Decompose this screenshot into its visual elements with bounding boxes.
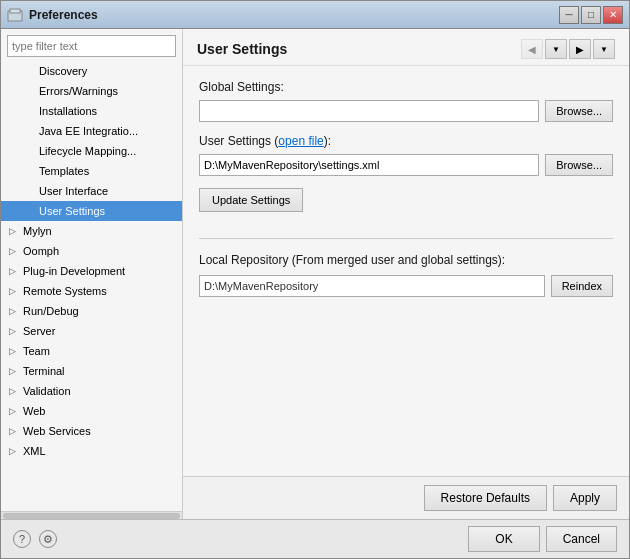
tree-item-web-services[interactable]: ▷ Web Services <box>1 421 182 441</box>
expand-arrow-icon: ▷ <box>9 246 21 256</box>
tree-item-validation[interactable]: ▷ Validation <box>1 381 182 401</box>
tree-container[interactable]: Discovery Errors/Warnings Installations … <box>1 61 182 511</box>
global-settings-row: Browse... <box>199 100 613 122</box>
search-input[interactable] <box>7 35 176 57</box>
nav-buttons: ◀ ▼ ▶ ▼ <box>521 39 615 59</box>
tree-item-label: XML <box>23 445 46 457</box>
svg-rect-1 <box>10 9 20 13</box>
tree-item-oomph[interactable]: ▷ Oomph <box>1 241 182 261</box>
tree-item-label: Installations <box>39 105 97 117</box>
footer-bar: ? ⚙ OK Cancel <box>1 519 629 558</box>
tree-item-label: Run/Debug <box>23 305 79 317</box>
tree-item-label: Web <box>23 405 45 417</box>
tree-item-label: Discovery <box>39 65 87 77</box>
settings-icon[interactable]: ⚙ <box>39 530 57 548</box>
expand-arrow-icon: ▷ <box>9 446 21 456</box>
expand-arrow-icon: ▷ <box>9 366 21 376</box>
expand-arrow-icon: ▷ <box>9 346 21 356</box>
footer-left: ? ⚙ <box>13 530 57 548</box>
user-settings-label: User Settings (open file): <box>199 134 613 148</box>
expand-arrow-icon: ▷ <box>9 306 21 316</box>
search-box-wrapper <box>1 29 182 61</box>
tree-item-remote-systems[interactable]: ▷ Remote Systems <box>1 281 182 301</box>
tree-item-mylyn[interactable]: ▷ Mylyn <box>1 221 182 241</box>
tree-item-xml[interactable]: ▷ XML <box>1 441 182 461</box>
window-controls: ─ □ ✕ <box>559 6 623 24</box>
expand-arrow-icon: ▷ <box>9 406 21 416</box>
right-panel: User Settings ◀ ▼ ▶ ▼ Global Settings: B… <box>183 29 629 519</box>
local-repo-input[interactable] <box>199 275 545 297</box>
preferences-window: Preferences ─ □ ✕ Discovery Errors/Warni… <box>0 0 630 559</box>
back-button[interactable]: ◀ <box>521 39 543 59</box>
tree-item-discovery[interactable]: Discovery <box>1 61 182 81</box>
tree-item-label: Plug-in Development <box>23 265 125 277</box>
tree-item-label: Terminal <box>23 365 65 377</box>
tree-item-user-settings[interactable]: User Settings <box>1 201 182 221</box>
cancel-button[interactable]: Cancel <box>546 526 617 552</box>
title-bar: Preferences ─ □ ✕ <box>1 1 629 29</box>
tree-item-label: Validation <box>23 385 71 397</box>
tree-item-run-debug[interactable]: ▷ Run/Debug <box>1 301 182 321</box>
global-settings-label: Global Settings: <box>199 80 613 94</box>
tree-item-label: Server <box>23 325 55 337</box>
tree-item-label: Errors/Warnings <box>39 85 118 97</box>
local-repo-row: Reindex <box>199 275 613 297</box>
forward-button[interactable]: ▶ <box>569 39 591 59</box>
open-file-link[interactable]: open file <box>278 134 323 148</box>
right-content: Global Settings: Browse... User Settings… <box>183 66 629 476</box>
tree-item-plug-in-development[interactable]: ▷ Plug-in Development <box>1 261 182 281</box>
horizontal-scrollbar-area[interactable] <box>1 511 182 519</box>
reindex-button[interactable]: Reindex <box>551 275 613 297</box>
tree-item-label: User Settings <box>39 205 105 217</box>
expand-arrow-icon: ▷ <box>9 226 21 236</box>
tree-item-label: Team <box>23 345 50 357</box>
content-area: Discovery Errors/Warnings Installations … <box>1 29 629 519</box>
minimize-button[interactable]: ─ <box>559 6 579 24</box>
forward-dropdown-button[interactable]: ▼ <box>593 39 615 59</box>
global-settings-browse-button[interactable]: Browse... <box>545 100 613 122</box>
tree-item-web[interactable]: ▷ Web <box>1 401 182 421</box>
tree-item-label: Oomph <box>23 245 59 257</box>
restore-defaults-button[interactable]: Restore Defaults <box>424 485 547 511</box>
close-button[interactable]: ✕ <box>603 6 623 24</box>
tree-item-templates[interactable]: Templates <box>1 161 182 181</box>
expand-arrow-icon: ▷ <box>9 426 21 436</box>
help-icon[interactable]: ? <box>13 530 31 548</box>
left-panel: Discovery Errors/Warnings Installations … <box>1 29 183 519</box>
tree-item-installations[interactable]: Installations <box>1 101 182 121</box>
apply-button[interactable]: Apply <box>553 485 617 511</box>
ok-button[interactable]: OK <box>468 526 539 552</box>
tree-item-label: Lifecycle Mapping... <box>39 145 136 157</box>
user-settings-browse-button[interactable]: Browse... <box>545 154 613 176</box>
tree-item-lifecycle-mapping[interactable]: Lifecycle Mapping... <box>1 141 182 161</box>
tree-item-server[interactable]: ▷ Server <box>1 321 182 341</box>
tree-item-label: Mylyn <box>23 225 52 237</box>
tree-item-java-ee[interactable]: Java EE Integratio... <box>1 121 182 141</box>
expand-arrow-icon: ▷ <box>9 386 21 396</box>
panel-title: User Settings <box>197 41 287 57</box>
expand-arrow-icon: ▷ <box>9 266 21 276</box>
nav-dropdown-button[interactable]: ▼ <box>545 39 567 59</box>
expand-arrow-icon: ▷ <box>9 326 21 336</box>
tree-item-label: User Interface <box>39 185 108 197</box>
user-settings-input[interactable] <box>199 154 539 176</box>
window-icon <box>7 7 23 23</box>
bottom-bar: Restore Defaults Apply <box>183 476 629 519</box>
tree-item-label: Remote Systems <box>23 285 107 297</box>
tree-item-user-interface[interactable]: User Interface <box>1 181 182 201</box>
tree-item-terminal[interactable]: ▷ Terminal <box>1 361 182 381</box>
user-settings-row: Browse... <box>199 154 613 176</box>
maximize-button[interactable]: □ <box>581 6 601 24</box>
update-settings-button[interactable]: Update Settings <box>199 188 303 212</box>
local-repo-label: Local Repository (From merged user and g… <box>199 253 613 267</box>
tree-item-errors-warnings[interactable]: Errors/Warnings <box>1 81 182 101</box>
tree-item-label: Java EE Integratio... <box>39 125 138 137</box>
right-header: User Settings ◀ ▼ ▶ ▼ <box>183 29 629 66</box>
global-settings-input[interactable] <box>199 100 539 122</box>
tree-item-label: Web Services <box>23 425 91 437</box>
window-title: Preferences <box>29 8 559 22</box>
expand-arrow-icon: ▷ <box>9 286 21 296</box>
tree-item-team[interactable]: ▷ Team <box>1 341 182 361</box>
horizontal-scrollbar[interactable] <box>3 513 180 519</box>
footer-right: OK Cancel <box>468 526 617 552</box>
